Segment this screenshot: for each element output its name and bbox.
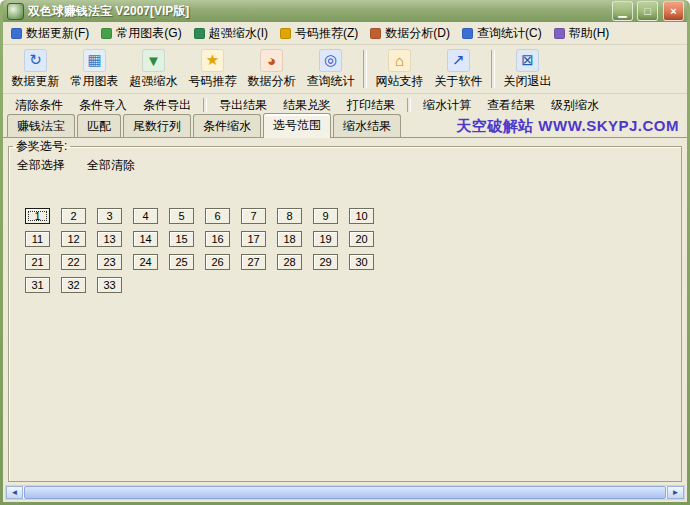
tabs-row: 赚钱法宝匹配尾数行列条件缩水选号范围缩水结果天空破解站 WWW.SKYPJ.CO… [3,116,687,138]
toolbar-shrink[interactable]: ▼超强缩水 [124,47,183,91]
number-button-26[interactable]: 26 [205,254,230,270]
menu-data-update[interactable]: 数据更新(F) [5,22,95,45]
tab-money-treasure[interactable]: 赚钱法宝 [7,114,75,137]
scroll-right-arrow-icon[interactable]: ► [667,486,684,499]
number-button-5[interactable]: 5 [169,208,194,224]
toolbar: ↻数据更新▦常用图表▼超强缩水★号码推荐◕数据分析◎查询统计⌂网站支持↗关于软件… [3,45,687,94]
number-button-15[interactable]: 15 [169,231,194,247]
horizontal-scrollbar[interactable]: ◄ ► [5,485,685,500]
menu-analysis[interactable]: 数据分析(D) [364,22,456,45]
tab-shrink-results[interactable]: 缩水结果 [333,114,401,137]
maximize-button[interactable]: □ [637,1,658,21]
toolbar-recommend-label: 号码推荐 [189,73,237,90]
toolbar-exit-label: 关闭退出 [504,73,552,90]
number-button-27[interactable]: 27 [241,254,266,270]
client-area: 数据更新(F)常用图表(G)超强缩水(I)号码推荐(Z)数据分析(D)查询统计(… [3,22,687,502]
toolbar-analysis-label: 数据分析 [248,73,296,90]
menu-help-label: 帮助(H) [569,25,610,42]
table-chart-icon: ▦ [83,49,106,72]
refresh-icon: ↻ [24,49,47,72]
menu-query-label: 查询统计(C) [477,25,542,42]
scrollbar-thumb[interactable] [24,486,666,499]
scroll-left-arrow-icon[interactable]: ◄ [6,486,23,499]
number-button-23[interactable]: 23 [97,254,122,270]
watermark-text: 天空破解站 WWW.SKYPJ.COM [456,117,679,136]
number-button-28[interactable]: 28 [277,254,302,270]
number-button-16[interactable]: 16 [205,231,230,247]
tab-tail-rows[interactable]: 尾数行列 [123,114,191,137]
close-button[interactable]: × [663,1,684,21]
toolbar-query[interactable]: ◎查询统计 [301,47,360,91]
toolbar-charts[interactable]: ▦常用图表 [65,47,124,91]
menu-help[interactable]: 帮助(H) [548,22,616,45]
tab-condition-shrink[interactable]: 条件缩水 [193,114,261,137]
select-row: 全部选择 全部清除 [17,157,681,174]
star-icon: ★ [201,49,224,72]
menu-shrink[interactable]: 超强缩水(I) [188,22,274,45]
titlebar: 双色球赚钱法宝 V2007[VIP版] ▁ □ × [3,0,687,22]
number-button-8[interactable]: 8 [277,208,302,224]
number-button-3[interactable]: 3 [97,208,122,224]
number-button-30[interactable]: 30 [349,254,374,270]
clear-all-button[interactable]: 全部清除 [87,157,135,174]
star-icon [280,28,291,39]
number-button-6[interactable]: 6 [205,208,230,224]
toolbar-exit[interactable]: ⊠关闭退出 [498,47,557,91]
toolbar-recommend[interactable]: ★号码推荐 [183,47,242,91]
number-button-24[interactable]: 24 [133,254,158,270]
toolbar-analysis[interactable]: ◕数据分析 [242,47,301,91]
toolbar-website[interactable]: ⌂网站支持 [370,47,429,91]
number-button-19[interactable]: 19 [313,231,338,247]
content-area: 参奖选号: 全部选择 全部清除 123456789101112131415161… [3,138,687,502]
toolbar-data-update[interactable]: ↻数据更新 [6,47,65,91]
number-button-10[interactable]: 10 [349,208,374,224]
tab-number-range[interactable]: 选号范围 [263,113,331,138]
number-selection-groupbox: 参奖选号: 全部选择 全部清除 123456789101112131415161… [8,138,682,482]
number-button-17[interactable]: 17 [241,231,266,247]
menu-analysis-label: 数据分析(D) [385,25,450,42]
number-button-25[interactable]: 25 [169,254,194,270]
toolbar-shrink-label: 超强缩水 [130,73,178,90]
number-button-2[interactable]: 2 [61,208,86,224]
number-button-31[interactable]: 31 [25,277,50,293]
database-icon [11,28,22,39]
number-button-9[interactable]: 9 [313,208,338,224]
number-button-14[interactable]: 14 [133,231,158,247]
number-button-21[interactable]: 21 [25,254,50,270]
number-button-13[interactable]: 13 [97,231,122,247]
action-view-results[interactable]: 查看结果 [479,94,543,117]
number-button-1[interactable]: 1 [25,208,50,224]
number-button-18[interactable]: 18 [277,231,302,247]
toolbar-website-label: 网站支持 [376,73,424,90]
number-button-11[interactable]: 11 [25,231,50,247]
number-button-7[interactable]: 7 [241,208,266,224]
toolbar-separator [363,50,367,88]
number-button-29[interactable]: 29 [313,254,338,270]
toolbar-separator [491,50,495,88]
number-button-22[interactable]: 22 [61,254,86,270]
menu-charts-label: 常用图表(G) [116,25,181,42]
actionbar-separator [407,98,411,112]
number-button-4[interactable]: 4 [133,208,158,224]
toolbar-about[interactable]: ↗关于软件 [429,47,488,91]
action-level-shrink[interactable]: 级别缩水 [543,94,607,117]
window-title: 双色球赚钱法宝 V2007[VIP版] [28,3,608,20]
number-button-12[interactable]: 12 [61,231,86,247]
menu-data-update-label: 数据更新(F) [26,25,89,42]
number-button-32[interactable]: 32 [61,277,86,293]
funnel-icon: ▼ [142,49,165,72]
number-button-20[interactable]: 20 [349,231,374,247]
menu-recommend[interactable]: 号码推荐(Z) [274,22,364,45]
menu-query[interactable]: 查询统计(C) [456,22,548,45]
app-icon [7,3,24,20]
tab-match[interactable]: 匹配 [77,114,121,137]
toolbar-charts-label: 常用图表 [71,73,119,90]
menu-charts[interactable]: 常用图表(G) [95,22,187,45]
select-all-button[interactable]: 全部选择 [17,157,65,174]
chart-icon [101,28,112,39]
number-button-33[interactable]: 33 [97,277,122,293]
home-icon: ⌂ [388,49,411,72]
action-shrink-calc[interactable]: 缩水计算 [415,94,479,117]
funnel-icon [194,28,205,39]
minimize-button[interactable]: ▁ [612,1,633,21]
